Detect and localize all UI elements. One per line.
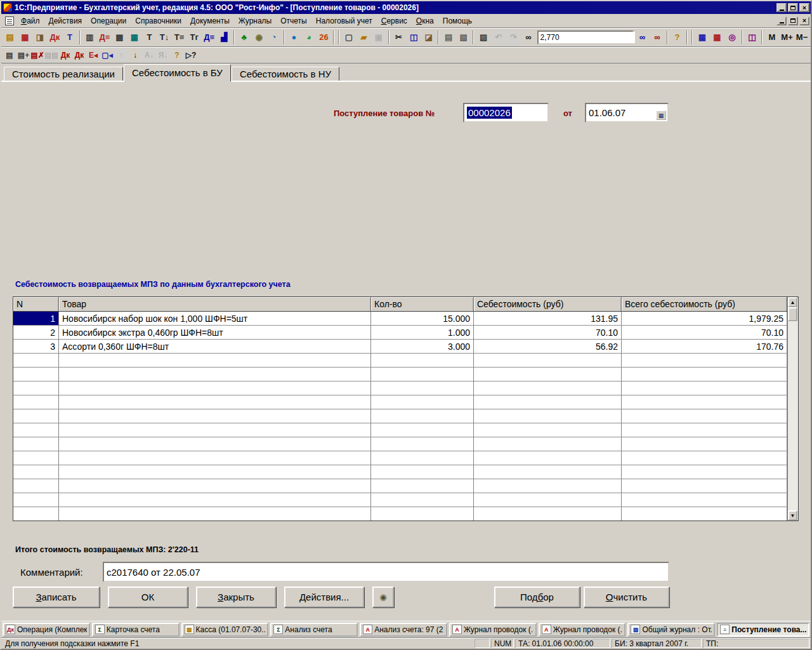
doc-number-input[interactable]: 00002026 (463, 103, 549, 123)
operation-journal-icon[interactable]: Дк (48, 30, 63, 45)
projector-icon[interactable]: ◉ (252, 30, 267, 45)
table-cell[interactable]: 170.76 (622, 340, 787, 354)
table-cell[interactable] (474, 395, 622, 409)
table-cell[interactable] (474, 381, 622, 395)
table-cell[interactable] (622, 507, 787, 521)
table-cell[interactable] (622, 409, 787, 423)
mdi-minimize-button[interactable] (776, 17, 787, 25)
find-value-input[interactable] (539, 32, 641, 43)
table-cell[interactable] (13, 368, 59, 381)
table-cell[interactable] (371, 381, 474, 395)
table-cell[interactable] (13, 479, 59, 493)
table-cell[interactable] (622, 493, 787, 507)
column-header-5[interactable]: Всего себестоимость (руб) (622, 297, 787, 311)
menu-item-действия[interactable]: Действия (44, 15, 87, 27)
move-down-icon[interactable]: ↓ (128, 48, 142, 62)
column-header-1[interactable]: N (13, 297, 59, 311)
menu-item-окна[interactable]: Окна (412, 15, 438, 27)
table-cell[interactable]: 70.10 (474, 326, 622, 340)
restore-button[interactable] (788, 3, 798, 12)
table-cell[interactable]: 3 (13, 340, 59, 354)
menu-item-справочники[interactable]: Справочники (131, 15, 186, 27)
subconto-select-icon[interactable]: Е◂ (86, 48, 100, 62)
new-document-icon[interactable]: ▢ (341, 30, 357, 45)
table-cell[interactable]: 56.92 (474, 340, 622, 354)
zoom-document-icon[interactable]: ◎ (724, 30, 740, 45)
table-cell[interactable] (13, 423, 59, 437)
menu-item-журналы[interactable]: Журналы (234, 15, 276, 27)
table-cell[interactable] (371, 437, 474, 451)
memory-m-icon[interactable]: M (764, 30, 780, 45)
mdi-document-icon[interactable] (5, 17, 14, 25)
table-cell[interactable] (474, 409, 622, 423)
table-cell[interactable] (622, 381, 787, 395)
table-cell[interactable]: Новосибирск экстра 0,460гр ШФН=8шт (59, 326, 371, 340)
cut-icon[interactable]: ✂ (391, 30, 407, 45)
table-cell[interactable] (474, 451, 622, 465)
table-cell[interactable] (371, 507, 474, 521)
menu-item-сервис[interactable]: Сервис (377, 15, 412, 27)
copy-icon[interactable]: ◫ (406, 30, 421, 45)
table-cell[interactable]: 3.000 (371, 340, 474, 354)
table-cell[interactable] (622, 423, 787, 437)
table-cell[interactable] (59, 395, 371, 409)
table-cell[interactable]: 15.000 (371, 312, 474, 326)
help-topic-icon[interactable]: ? (170, 48, 184, 62)
table-cell[interactable] (622, 437, 787, 451)
document-t-down-icon[interactable]: Т↓ (157, 30, 172, 45)
table-cell[interactable] (371, 409, 474, 423)
table-cell[interactable] (371, 395, 474, 409)
print-preview-icon[interactable]: ▧ (456, 30, 471, 45)
subconto-types-icon[interactable]: ▦ (127, 30, 142, 45)
button-записать[interactable]: Записать (13, 587, 100, 607)
table-cell[interactable] (474, 368, 622, 381)
table-cell[interactable] (474, 354, 622, 368)
menu-item-налоговый-учет[interactable]: Налоговый учет (311, 15, 377, 27)
memory-m-minus-icon[interactable]: M− (794, 30, 809, 45)
add-row-icon[interactable]: ▤+ (16, 48, 30, 62)
table-cell[interactable] (13, 354, 59, 368)
find-value-combo[interactable]: ▼ (537, 30, 634, 44)
find-next-icon[interactable]: ∞ (650, 30, 665, 45)
table-cell[interactable] (371, 451, 474, 465)
table-view-icon[interactable]: ▨ (476, 30, 491, 45)
insert-selection-icon[interactable]: ▢◂ (100, 48, 114, 62)
table-scrollbar[interactable]: ▲ ▼ (787, 297, 798, 521)
dk-entries-icon[interactable]: Дк (58, 48, 72, 62)
table-cell[interactable] (622, 465, 787, 479)
print-icon[interactable]: ▤ (441, 30, 456, 45)
table-cell[interactable] (622, 354, 787, 368)
column-header-2[interactable]: Товар (59, 297, 371, 311)
minimize-button[interactable] (776, 3, 787, 12)
table-cell[interactable] (371, 479, 474, 493)
accounts-list-icon[interactable]: ▥ (82, 30, 98, 45)
correct-entries-icon[interactable]: ▩ (112, 30, 128, 45)
table-cell[interactable] (59, 479, 371, 493)
table-cell[interactable] (13, 507, 59, 521)
taskbar-item[interactable]: ΣАнализ счета (270, 623, 358, 637)
table-cell[interactable]: 1,979.25 (622, 312, 787, 326)
documents-journal-icon[interactable]: ◨ (32, 30, 48, 45)
table-cell[interactable] (13, 465, 59, 479)
button-ок[interactable]: ОК (108, 587, 188, 607)
table-cell[interactable] (474, 465, 622, 479)
scroll-track[interactable] (788, 321, 798, 510)
table-cell[interactable]: 2 (13, 326, 59, 340)
action-icon-button[interactable]: ◉ (372, 587, 394, 607)
open-icon[interactable]: ▰ (357, 30, 372, 45)
taskbar-item[interactable]: ≡Поступление това... (717, 623, 809, 637)
table-cell[interactable] (622, 368, 787, 381)
find-icon[interactable]: ∞ (521, 30, 536, 45)
table-cell[interactable] (59, 437, 371, 451)
delete-row-icon[interactable]: ▤✗ (30, 48, 44, 62)
scroll-up-button[interactable]: ▲ (788, 297, 797, 307)
table-cell[interactable] (371, 493, 474, 507)
calendar-26-icon[interactable]: 26 (317, 30, 332, 45)
table-cell[interactable] (371, 368, 474, 381)
comment-input[interactable]: с2017640 от 22.05.07 (103, 562, 669, 582)
new-row-icon[interactable]: ▤ (3, 48, 16, 62)
calculator-fixed-icon[interactable]: ▦ (710, 30, 725, 45)
table-cell[interactable] (13, 437, 59, 451)
table-cell[interactable] (474, 479, 622, 493)
table-cell[interactable] (371, 465, 474, 479)
